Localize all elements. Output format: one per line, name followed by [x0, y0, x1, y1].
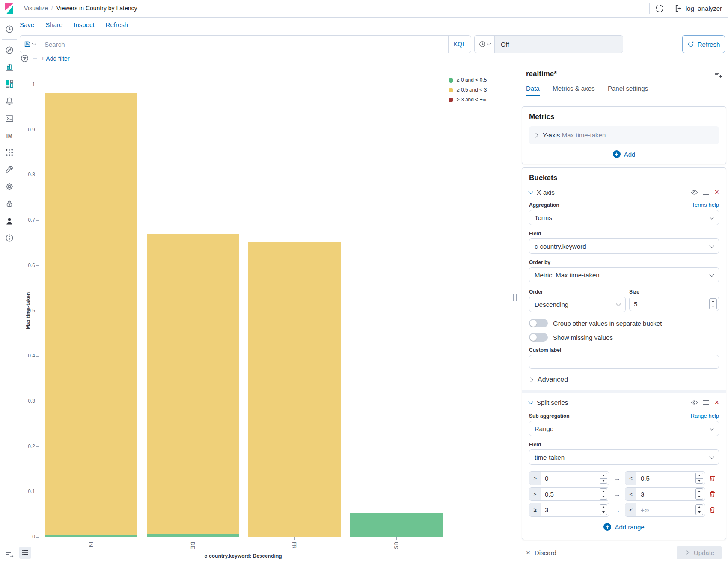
terms-help-link[interactable]: Terms help	[692, 202, 719, 208]
x-axis-section-header[interactable]: X-axis ×	[529, 188, 719, 196]
show-missing-toggle-row: Show missing values	[529, 333, 719, 342]
panel-resize-handle[interactable]	[513, 294, 517, 301]
range-from-input[interactable]	[541, 506, 600, 514]
stepper-icon[interactable]	[600, 473, 607, 484]
kql-syntax-button[interactable]: KQL	[448, 36, 471, 53]
lt-symbol: <	[625, 472, 636, 485]
eye-icon[interactable]	[691, 399, 698, 406]
stack-tools-wrench-icon[interactable]	[5, 165, 14, 174]
chevron-down-icon	[709, 425, 714, 430]
chevron-down-icon	[616, 301, 621, 306]
saved-query-menu-button[interactable]	[20, 36, 39, 53]
stepper-icon[interactable]	[709, 298, 717, 309]
stepper-icon[interactable]	[695, 473, 703, 484]
dev-tools-console-icon[interactable]	[5, 114, 14, 123]
dashboard-icon[interactable]	[5, 80, 14, 88]
refresh-interval-value[interactable]: Off	[495, 36, 623, 53]
bar-segment-IN[interactable]	[45, 535, 137, 537]
chevron-down-icon	[32, 42, 36, 46]
user-menu[interactable]: log_analyzer	[675, 4, 722, 12]
update-button[interactable]: Update	[677, 546, 722, 559]
tab-data[interactable]: Data	[526, 85, 540, 96]
sidebar-divider	[2, 39, 17, 40]
add-range-button[interactable]: + Add range	[529, 523, 719, 531]
stepper-icon[interactable]	[600, 488, 607, 500]
sub-aggregation-select[interactable]: Range	[529, 421, 719, 436]
bar-segment-IN[interactable]	[45, 93, 137, 535]
tab-panel-settings[interactable]: Panel settings	[608, 85, 648, 95]
legend-toggle-button[interactable]	[19, 547, 31, 559]
size-input[interactable]	[630, 300, 709, 308]
delete-range-trash-icon[interactable]	[709, 491, 716, 498]
management-gear-icon[interactable]	[5, 182, 14, 191]
buckets-heading: Buckets	[529, 174, 719, 182]
alerts-bell-icon[interactable]	[5, 97, 14, 105]
bar-segment-DE[interactable]	[147, 234, 239, 534]
remove-x-axis-icon[interactable]: ×	[714, 188, 719, 196]
stepper-icon[interactable]	[600, 504, 607, 515]
eye-icon[interactable]	[691, 189, 698, 196]
query-refresh-button[interactable]: Refresh	[682, 35, 725, 53]
visualize-chart-icon[interactable]	[5, 63, 14, 71]
add-metric-button[interactable]: + Add	[529, 150, 719, 158]
collapse-panel-icon[interactable]	[714, 71, 722, 79]
remove-split-series-icon[interactable]: ×	[714, 398, 719, 406]
order-by-select[interactable]: Metric: Max time-taken	[529, 267, 719, 282]
show-missing-toggle[interactable]	[529, 333, 548, 342]
group-other-toggle[interactable]	[529, 319, 548, 327]
delete-range-trash-icon[interactable]	[709, 506, 716, 514]
refresh-link[interactable]: Refresh	[106, 21, 128, 28]
custom-label-input[interactable]	[529, 355, 719, 369]
inspect-button[interactable]: Inspect	[74, 21, 94, 28]
ml-jobs-grid-icon[interactable]	[5, 148, 14, 157]
add-filter-button[interactable]: + Add filter	[41, 55, 70, 62]
tab-metrics-axes[interactable]: Metrics & axes	[553, 85, 594, 95]
save-button[interactable]: Save	[20, 21, 34, 28]
range-from-input[interactable]	[541, 491, 600, 498]
legend-item[interactable]: ≥ 0 and < 0.5	[449, 77, 487, 83]
range-to-input[interactable]	[636, 491, 695, 498]
field-select[interactable]: c-country.keyword	[529, 238, 719, 254]
index-management-im-icon[interactable]: IM	[5, 132, 14, 140]
spaces-icon[interactable]	[655, 4, 664, 13]
user-profile-person-icon[interactable]	[5, 217, 14, 226]
split-field-select[interactable]: time-taken	[529, 449, 719, 465]
stepper-icon[interactable]	[695, 504, 703, 515]
range-from-input[interactable]	[541, 475, 600, 482]
visualization-editor-panel: realtime* Data Metrics & axes Panel sett…	[518, 64, 728, 543]
y-tick-mark	[36, 311, 39, 311]
order-select[interactable]: Descending	[529, 297, 626, 312]
range-from-group: ≥	[529, 487, 609, 501]
split-series-section-header[interactable]: Split series ×	[529, 398, 719, 406]
range-to-input[interactable]	[636, 506, 695, 514]
app-sidebar: IM	[0, 17, 19, 562]
legend-item[interactable]: ≥ 0.5 and < 3	[449, 87, 487, 93]
metrics-heading: Metrics	[529, 113, 719, 121]
range-to-input[interactable]	[636, 475, 695, 482]
breadcrumb-section[interactable]: Visualize	[24, 5, 48, 12]
bar-segment-DE[interactable]	[147, 534, 239, 537]
legend-item[interactable]: ≥ 3 and < +∞	[449, 97, 487, 103]
delete-range-trash-icon[interactable]	[709, 475, 716, 482]
advanced-accordion[interactable]: Advanced	[529, 376, 719, 384]
filter-menu-icon[interactable]	[21, 54, 29, 62]
security-lock-icon[interactable]	[5, 199, 14, 208]
discard-button[interactable]: × Discard	[526, 549, 556, 556]
aggregation-select[interactable]: Terms	[529, 210, 719, 225]
drag-handle-icon[interactable]	[703, 190, 709, 195]
range-help-link[interactable]: Range help	[691, 413, 719, 419]
time-picker: Off	[474, 35, 623, 53]
bar-segment-FR[interactable]	[248, 242, 341, 537]
stepper-icon[interactable]	[695, 488, 703, 500]
discover-compass-icon[interactable]	[5, 46, 14, 54]
time-picker-clock-button[interactable]	[475, 36, 495, 53]
bar-segment-US[interactable]	[350, 513, 443, 537]
collapse-menu-icon[interactable]	[5, 550, 14, 558]
kibana-logo[interactable]	[3, 3, 15, 14]
y-axis-metric-row[interactable]: Y-axis Max time-taken	[529, 126, 719, 144]
recent-clock-icon[interactable]	[5, 25, 14, 33]
share-button[interactable]: Share	[45, 21, 62, 28]
info-circle-icon[interactable]	[5, 234, 14, 242]
search-input[interactable]	[39, 36, 448, 53]
drag-handle-icon[interactable]	[703, 400, 709, 405]
